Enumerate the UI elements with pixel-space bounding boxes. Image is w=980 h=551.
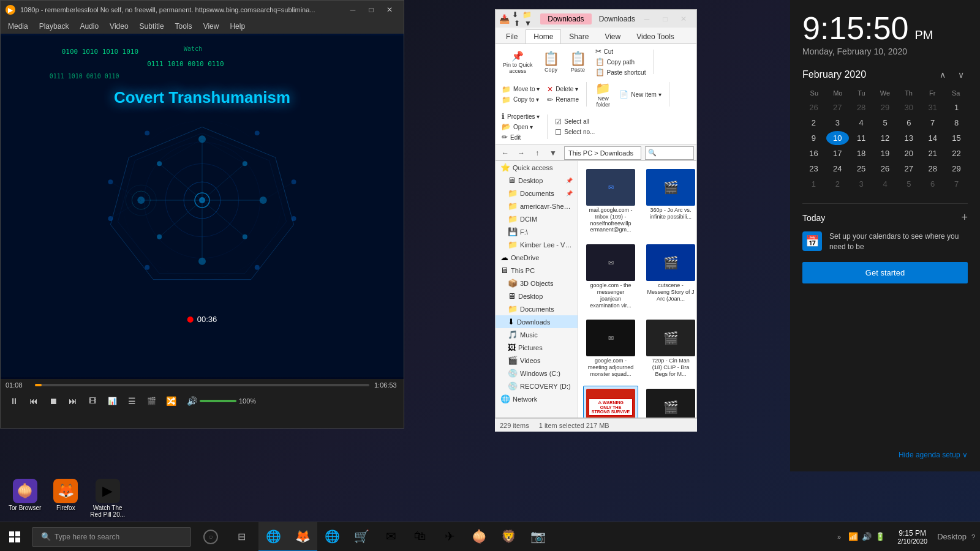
vlc-menu-audio[interactable]: Audio <box>75 21 104 32</box>
sidebar-item-downloads[interactable]: ⬇ Downloads <box>496 315 578 328</box>
taskbar-app-edge[interactable]: 🌐 <box>317 522 347 552</box>
tray-volume-icon[interactable]: 🔊 <box>862 532 872 541</box>
vlc-menu-video[interactable]: Video <box>105 21 133 32</box>
vlc-prev-button[interactable]: ⏮ <box>25 392 42 410</box>
sidebar-item-desktop[interactable]: 🖥 Desktop <box>496 290 578 302</box>
properties-button[interactable]: ℹProperties ▾ <box>499 111 542 121</box>
taskbar-taskview-button[interactable]: ⊟ <box>227 522 256 552</box>
new-folder-button[interactable]: 📁 Newfolder <box>592 80 614 109</box>
open-button[interactable]: 📂Open ▾ <box>499 122 542 132</box>
taskbar-app-mail[interactable]: ✉ <box>376 522 405 552</box>
hide-agenda-button[interactable]: Hide agenda setup ∨ <box>802 443 968 459</box>
sidebar-item-music[interactable]: 🎵 Music <box>496 328 578 341</box>
sidebar-item-network[interactable]: 🌐 Network <box>496 392 578 405</box>
taskbar-app-tor[interactable]: 🧅 <box>464 522 494 552</box>
file-item-meeting[interactable]: ✉ google.com - meeting adjourned monster… <box>583 317 638 380</box>
sidebar-item-americavr[interactable]: 📁 americavr-Sheridan... <box>496 200 578 212</box>
vlc-pause-button[interactable]: ⏸ <box>6 392 23 410</box>
tray-network-icon[interactable]: 📶 <box>848 532 858 541</box>
explorer-close-button[interactable]: ✕ <box>674 10 693 28</box>
explorer-maximize-button[interactable]: □ <box>656 10 674 28</box>
cal-day-11[interactable]: 11 <box>850 131 873 145</box>
bottom-icon-redpill[interactable]: ▶ Watch TheRed Pill 20... <box>88 476 127 520</box>
cal-day-29[interactable]: 29 <box>945 162 968 176</box>
notification-button[interactable]: ? <box>971 533 975 541</box>
vlc-playlist-button[interactable]: ☰ <box>123 392 140 410</box>
cal-day-14[interactable]: 14 <box>921 131 944 145</box>
nav-back-button[interactable]: ← <box>498 146 513 160</box>
cut-button[interactable]: ✂Cut <box>593 47 649 56</box>
file-item-cutscene[interactable]: 🎬 cutscene - Messeng Story of J Arc (Joa… <box>643 241 696 312</box>
cal-day-12[interactable]: 12 <box>874 131 897 145</box>
vlc-shuffle-button[interactable]: 🔀 <box>162 392 179 410</box>
cal-day-27[interactable]: 27 <box>897 162 920 176</box>
get-started-button[interactable]: Get started <box>802 262 968 283</box>
file-item-360p[interactable]: 🎬 360p - Jo Arc vs. infinite possibili..… <box>643 166 696 236</box>
taskbar-app-store[interactable]: 🛒 <box>347 522 376 552</box>
cal-day-28[interactable]: 28 <box>850 100 873 114</box>
desktop-peek-button[interactable]: Desktop <box>935 532 969 541</box>
cal-day-1[interactable]: 1 <box>802 177 825 191</box>
sidebar-item-quick-access[interactable]: ⭐ Quick access <box>496 161 578 174</box>
cal-day-6[interactable]: 6 <box>897 116 920 130</box>
bottom-icon-firefox[interactable]: 🦊 Firefox <box>51 476 80 520</box>
cal-day-21[interactable]: 21 <box>921 146 944 160</box>
vlc-menu-playback[interactable]: Playback <box>34 21 74 32</box>
select-none-button[interactable]: ☐Select no... <box>552 127 597 137</box>
taskbar-cortana-button[interactable]: ○ <box>196 522 225 552</box>
cal-day-13[interactable]: 13 <box>897 131 920 145</box>
taskbar-app-explorer[interactable]: 🌐 <box>258 522 288 552</box>
vlc-frame-button[interactable]: 🎞 <box>84 392 101 410</box>
cal-day-24[interactable]: 24 <box>826 162 849 176</box>
vlc-menu-help[interactable]: Help <box>225 21 250 32</box>
cal-day-3[interactable]: 3 <box>850 177 873 191</box>
taskbar-search[interactable]: 🔍 Type here to search <box>32 527 191 547</box>
vlc-stop-button[interactable]: ⏹ <box>45 392 62 410</box>
paste-shortcut-button[interactable]: 📋Paste shortcut <box>593 67 649 77</box>
explorer-minimize-button[interactable]: ─ <box>638 10 656 28</box>
taskbar-app-amazon[interactable]: 🛍 <box>405 522 435 552</box>
sidebar-item-documents[interactable]: 📁 Documents <box>496 302 578 315</box>
cal-day-2[interactable]: 2 <box>802 116 825 130</box>
cal-day-26[interactable]: 26 <box>874 162 897 176</box>
sidebar-item-recovery-d[interactable]: 💿 RECOVERY (D:) <box>496 380 578 392</box>
sidebar-item-pictures[interactable]: 🖼 Pictures <box>496 341 578 354</box>
cal-day-31[interactable]: 31 <box>921 100 944 114</box>
cal-day-4[interactable]: 4 <box>850 116 873 130</box>
cal-day-15[interactable]: 15 <box>945 131 968 145</box>
sidebar-item-onedrive[interactable]: ☁ OneDrive <box>496 251 578 264</box>
nav-recent-button[interactable]: ▼ <box>546 146 560 160</box>
select-all-button[interactable]: ☑Select all <box>552 117 597 127</box>
cal-day-28[interactable]: 28 <box>921 162 944 176</box>
vlc-progress-bar[interactable] <box>35 384 369 386</box>
cal-day-1[interactable]: 1 <box>945 100 968 114</box>
paste-button[interactable]: 📋 Paste <box>566 50 590 74</box>
vlc-minimize-button[interactable]: ─ <box>344 1 362 19</box>
tab-home[interactable]: Home <box>526 29 561 43</box>
file-item-720p-climax[interactable]: 🎬 720p - On all times CLIMAX Prestige 2.… <box>643 386 696 418</box>
vlc-close-button[interactable]: ✕ <box>380 1 399 19</box>
sidebar-item-3dobjects[interactable]: 📦 3D Objects <box>496 277 578 290</box>
pin-quick-access-button[interactable]: 📌 Pin to Quickaccess <box>499 49 537 75</box>
copy-button[interactable]: 📋 Copy <box>539 50 564 74</box>
copy-path-button[interactable]: 📋Copy path <box>593 57 649 67</box>
nav-up-button[interactable]: ↑ <box>530 146 545 160</box>
cal-day-10[interactable]: 10 <box>826 131 849 145</box>
sidebar-item-thispc[interactable]: 🖥 This PC <box>496 264 578 277</box>
cal-day-26[interactable]: 26 <box>802 100 825 114</box>
cal-day-20[interactable]: 20 <box>897 146 920 160</box>
vlc-menu-tools[interactable]: Tools <box>170 21 197 32</box>
file-item-720p-cinnamon[interactable]: 🎬 720p - Cin Man (18) CLIP - Bra Begs fo… <box>643 317 696 380</box>
tray-clock[interactable]: 9:15 PM 2/10/2020 <box>892 529 932 545</box>
sidebar-item-f-drive[interactable]: 💾 F:\ <box>496 225 578 238</box>
vlc-effects-button[interactable]: 🎬 <box>143 392 160 410</box>
cal-prev-button[interactable]: ∧ <box>936 69 949 81</box>
cal-day-30[interactable]: 30 <box>897 100 920 114</box>
sidebar-item-kimber[interactable]: 📁 Kimber Lee - VR Pac <box>496 238 578 251</box>
vlc-menu-media[interactable]: Media <box>3 21 33 32</box>
cal-day-9[interactable]: 9 <box>802 131 825 145</box>
cal-day-25[interactable]: 25 <box>850 162 873 176</box>
sidebar-item-documents-pin[interactable]: 📁 Documents 📌 <box>496 187 578 200</box>
cal-day-23[interactable]: 23 <box>802 162 825 176</box>
taskbar-app-brave[interactable]: 🦁 <box>494 522 523 552</box>
